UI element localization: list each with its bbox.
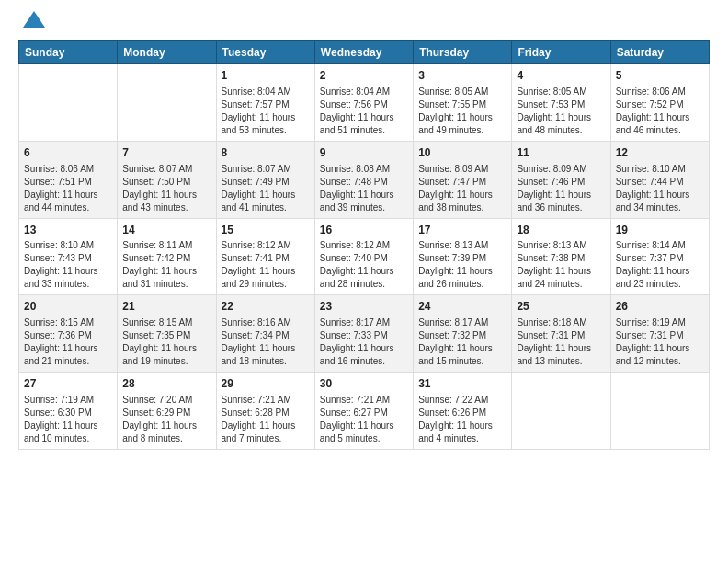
day-number: 30 <box>320 376 408 392</box>
day-number: 8 <box>222 145 310 161</box>
calendar-cell: 1Sunrise: 8:04 AMSunset: 7:57 PMDaylight… <box>216 64 314 142</box>
calendar-cell: 26Sunrise: 8:19 AMSunset: 7:31 PMDayligh… <box>610 295 709 373</box>
logo-icon <box>21 7 47 33</box>
day-number: 11 <box>517 145 605 161</box>
calendar-cell: 25Sunrise: 8:18 AMSunset: 7:31 PMDayligh… <box>512 295 610 373</box>
day-info: Sunrise: 7:21 AMSunset: 6:28 PMDaylight:… <box>222 394 310 445</box>
day-info: Sunrise: 8:15 AMSunset: 7:35 PMDaylight:… <box>122 316 210 368</box>
day-number: 22 <box>222 299 310 315</box>
calendar-cell: 16Sunrise: 8:12 AMSunset: 7:40 PMDayligh… <box>314 218 413 295</box>
calendar-cell: 7Sunrise: 8:07 AMSunset: 7:50 PMDaylight… <box>118 141 216 218</box>
day-number: 19 <box>616 223 704 238</box>
weekday-header-sunday: Sunday <box>19 41 118 64</box>
day-number: 29 <box>222 376 310 392</box>
calendar-cell: 11Sunrise: 8:09 AMSunset: 7:46 PMDayligh… <box>512 141 610 218</box>
day-number: 18 <box>517 223 605 238</box>
day-number: 10 <box>418 145 506 161</box>
day-info: Sunrise: 8:06 AMSunset: 7:51 PMDaylight:… <box>24 163 112 214</box>
day-info: Sunrise: 8:17 AMSunset: 7:32 PMDaylight:… <box>418 316 506 368</box>
calendar-cell: 24Sunrise: 8:17 AMSunset: 7:32 PMDayligh… <box>414 295 512 373</box>
day-number: 7 <box>122 145 210 161</box>
calendar-cell: 3Sunrise: 8:05 AMSunset: 7:55 PMDaylight… <box>414 64 512 142</box>
day-number: 12 <box>616 145 704 161</box>
day-number: 16 <box>320 223 408 238</box>
day-info: Sunrise: 8:19 AMSunset: 7:31 PMDaylight:… <box>616 316 704 368</box>
weekday-header-tuesday: Tuesday <box>216 41 314 64</box>
day-info: Sunrise: 7:20 AMSunset: 6:29 PMDaylight:… <box>122 394 210 445</box>
day-number: 14 <box>122 223 210 238</box>
calendar-cell: 21Sunrise: 8:15 AMSunset: 7:35 PMDayligh… <box>118 295 216 373</box>
calendar-cell: 14Sunrise: 8:11 AMSunset: 7:42 PMDayligh… <box>118 218 216 295</box>
logo <box>18 15 47 33</box>
weekday-header-row: SundayMondayTuesdayWednesdayThursdayFrid… <box>19 41 710 64</box>
calendar-cell: 10Sunrise: 8:09 AMSunset: 7:47 PMDayligh… <box>414 141 512 218</box>
week-row-4: 20Sunrise: 8:15 AMSunset: 7:36 PMDayligh… <box>19 295 710 373</box>
calendar-cell: 30Sunrise: 7:21 AMSunset: 6:27 PMDayligh… <box>314 373 413 450</box>
calendar-cell: 8Sunrise: 8:07 AMSunset: 7:49 PMDaylight… <box>216 141 314 218</box>
day-info: Sunrise: 8:06 AMSunset: 7:52 PMDaylight:… <box>616 86 704 137</box>
calendar-cell: 20Sunrise: 8:15 AMSunset: 7:36 PMDayligh… <box>19 295 118 373</box>
day-info: Sunrise: 8:07 AMSunset: 7:50 PMDaylight:… <box>122 163 210 214</box>
day-info: Sunrise: 8:13 AMSunset: 7:39 PMDaylight:… <box>418 239 506 291</box>
day-info: Sunrise: 8:13 AMSunset: 7:38 PMDaylight:… <box>517 239 605 291</box>
day-number: 9 <box>320 145 408 161</box>
weekday-header-friday: Friday <box>512 41 610 64</box>
day-number: 24 <box>418 299 506 315</box>
calendar-cell: 6Sunrise: 8:06 AMSunset: 7:51 PMDaylight… <box>19 141 118 218</box>
day-number: 6 <box>24 145 112 161</box>
calendar-cell: 31Sunrise: 7:22 AMSunset: 6:26 PMDayligh… <box>414 373 512 450</box>
day-info: Sunrise: 8:07 AMSunset: 7:49 PMDaylight:… <box>222 163 310 214</box>
calendar-cell: 19Sunrise: 8:14 AMSunset: 7:37 PMDayligh… <box>610 218 709 295</box>
calendar-cell: 15Sunrise: 8:12 AMSunset: 7:41 PMDayligh… <box>216 218 314 295</box>
day-info: Sunrise: 7:22 AMSunset: 6:26 PMDaylight:… <box>418 394 506 445</box>
svg-marker-0 <box>23 11 45 28</box>
day-number: 13 <box>24 223 112 238</box>
day-info: Sunrise: 8:09 AMSunset: 7:47 PMDaylight:… <box>418 163 506 214</box>
calendar-cell <box>610 373 709 450</box>
day-info: Sunrise: 8:10 AMSunset: 7:43 PMDaylight:… <box>24 239 112 291</box>
day-number: 21 <box>122 299 210 315</box>
day-number: 28 <box>122 376 210 392</box>
day-info: Sunrise: 8:04 AMSunset: 7:56 PMDaylight:… <box>320 86 408 137</box>
day-info: Sunrise: 8:09 AMSunset: 7:46 PMDaylight:… <box>517 163 605 214</box>
day-info: Sunrise: 8:17 AMSunset: 7:33 PMDaylight:… <box>320 316 408 368</box>
week-row-3: 13Sunrise: 8:10 AMSunset: 7:43 PMDayligh… <box>19 218 710 295</box>
calendar-cell: 13Sunrise: 8:10 AMSunset: 7:43 PMDayligh… <box>19 218 118 295</box>
day-number: 17 <box>418 223 506 238</box>
day-number: 25 <box>517 299 605 315</box>
day-number: 2 <box>320 68 408 84</box>
calendar-cell: 22Sunrise: 8:16 AMSunset: 7:34 PMDayligh… <box>216 295 314 373</box>
day-info: Sunrise: 8:05 AMSunset: 7:53 PMDaylight:… <box>517 86 605 137</box>
calendar-cell: 23Sunrise: 8:17 AMSunset: 7:33 PMDayligh… <box>314 295 413 373</box>
header <box>18 15 710 33</box>
day-info: Sunrise: 8:16 AMSunset: 7:34 PMDaylight:… <box>222 316 310 368</box>
week-row-5: 27Sunrise: 7:19 AMSunset: 6:30 PMDayligh… <box>19 373 710 450</box>
day-info: Sunrise: 8:12 AMSunset: 7:40 PMDaylight:… <box>320 239 408 291</box>
calendar-cell <box>512 373 610 450</box>
calendar-cell: 18Sunrise: 8:13 AMSunset: 7:38 PMDayligh… <box>512 218 610 295</box>
week-row-2: 6Sunrise: 8:06 AMSunset: 7:51 PMDaylight… <box>19 141 710 218</box>
day-info: Sunrise: 8:12 AMSunset: 7:41 PMDaylight:… <box>222 239 310 291</box>
day-info: Sunrise: 8:14 AMSunset: 7:37 PMDaylight:… <box>616 239 704 291</box>
calendar-table: SundayMondayTuesdayWednesdayThursdayFrid… <box>18 40 710 450</box>
day-number: 23 <box>320 299 408 315</box>
page-container: SundayMondayTuesdayWednesdayThursdayFrid… <box>0 0 728 465</box>
day-info: Sunrise: 8:04 AMSunset: 7:57 PMDaylight:… <box>222 86 310 137</box>
day-info: Sunrise: 7:21 AMSunset: 6:27 PMDaylight:… <box>320 394 408 445</box>
day-number: 5 <box>616 68 704 84</box>
calendar-cell <box>118 64 216 142</box>
day-number: 20 <box>24 299 112 315</box>
day-number: 4 <box>517 68 605 84</box>
calendar-cell: 9Sunrise: 8:08 AMSunset: 7:48 PMDaylight… <box>314 141 413 218</box>
calendar-cell: 27Sunrise: 7:19 AMSunset: 6:30 PMDayligh… <box>19 373 118 450</box>
calendar-cell: 4Sunrise: 8:05 AMSunset: 7:53 PMDaylight… <box>512 64 610 142</box>
calendar-cell: 2Sunrise: 8:04 AMSunset: 7:56 PMDaylight… <box>314 64 413 142</box>
day-info: Sunrise: 8:11 AMSunset: 7:42 PMDaylight:… <box>122 239 210 291</box>
week-row-1: 1Sunrise: 8:04 AMSunset: 7:57 PMDaylight… <box>19 64 710 142</box>
calendar-cell <box>19 64 118 142</box>
calendar-cell: 12Sunrise: 8:10 AMSunset: 7:44 PMDayligh… <box>610 141 709 218</box>
day-number: 31 <box>418 376 506 392</box>
day-info: Sunrise: 8:08 AMSunset: 7:48 PMDaylight:… <box>320 163 408 214</box>
calendar-cell: 29Sunrise: 7:21 AMSunset: 6:28 PMDayligh… <box>216 373 314 450</box>
weekday-header-saturday: Saturday <box>610 41 709 64</box>
